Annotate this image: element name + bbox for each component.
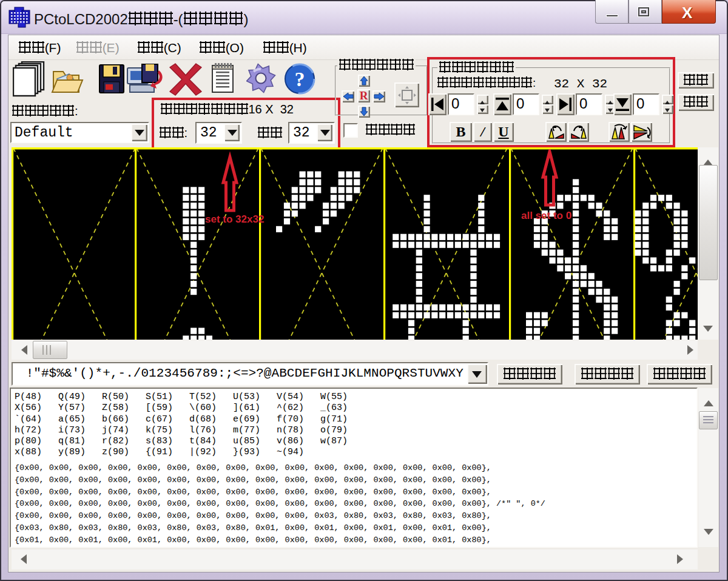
svg-text:?: ? bbox=[295, 68, 305, 90]
